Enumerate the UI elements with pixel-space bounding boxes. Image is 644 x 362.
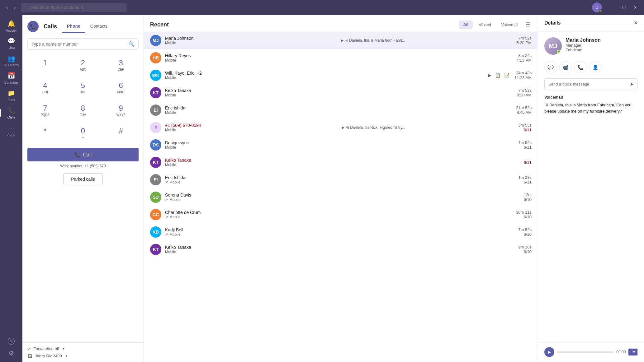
recent-header: Recent All Missed Voicemail ☰ — [144, 15, 538, 32]
dial-key-7[interactable]: 7 PQRS — [27, 100, 63, 120]
call-item-hillary-reyes[interactable]: HR Hillary Reyes Mobile 8m 24s 4:13 PM — [144, 49, 538, 67]
contact-call-button[interactable]: 📞 — [574, 61, 587, 73]
sidebar-item-activity-label: Activity — [6, 29, 17, 32]
call-item-kadji-bell[interactable]: KB Kadji Bell ↗ Mobile 7m 52s 6/10 — [144, 223, 538, 241]
quick-message-input[interactable] — [548, 82, 630, 86]
call-item-group[interactable]: WK Will, Kayo, Eric, +2 Mobile ▶ 📋 📝 24m… — [144, 67, 538, 84]
message-input-row: ➤ — [544, 78, 638, 90]
filter-all-button[interactable]: All — [459, 21, 473, 29]
tab-navigation: Phone Contacts — [62, 20, 112, 33]
sidebar-item-apps[interactable]: ⋯ Apps — [0, 122, 22, 139]
details-close-button[interactable]: ✕ — [634, 20, 638, 26]
call-meta-charlotte-de-crum: 30m 11s 6/10 — [516, 210, 532, 219]
avatar-initials: D — [596, 5, 599, 10]
call-item-keiko-tanaka-missed[interactable]: KT Keiko Tanaka Mobile 6/11 — [144, 154, 538, 171]
dial-key-6[interactable]: 6 MNO — [103, 77, 139, 98]
call-name-keiko-tanaka-1: Keiko Tanaka — [165, 88, 337, 93]
dial-key-8[interactable]: 8 TUV — [65, 100, 101, 120]
call-type-eric-ishida-1: Mobile — [165, 110, 337, 115]
call-info-keiko-tanaka-missed: Keiko Tanaka Mobile — [165, 158, 341, 167]
tab-contacts[interactable]: Contacts — [85, 20, 112, 33]
dial-key-3[interactable]: 3 DEF — [103, 55, 139, 75]
sidebar-item-activity[interactable]: 🔔 Activity — [0, 17, 22, 35]
notes-action-button[interactable]: 📝 — [503, 72, 511, 79]
call-duration-group: 24m 43s — [514, 71, 532, 75]
dial-key-1[interactable]: 1 — [27, 55, 63, 75]
nav-back-button[interactable]: ‹ — [4, 3, 10, 12]
tab-phone[interactable]: Phone — [62, 20, 85, 33]
forwarding-item[interactable]: ↗ Forwarding off ▾ — [27, 346, 139, 351]
contact-role: Manager — [566, 43, 601, 48]
call-item-maria-johnson[interactable]: MJ Maria Johnson Mobile ▶ Hi Daniela, th… — [144, 32, 538, 49]
transcript-action-button[interactable]: 📋 — [494, 72, 502, 79]
contact-call-icon: 📞 — [577, 64, 584, 70]
parked-calls-button[interactable]: Parked calls — [63, 173, 102, 185]
nav-forward-button[interactable]: › — [12, 3, 18, 12]
call-item-eric-ishida-2[interactable]: EI Eric Ishida ↗ Mobile 1m 23s 6/11 — [144, 171, 538, 188]
settings-icon: ⚙ — [8, 350, 14, 357]
avatar-group: WK — [150, 70, 161, 81]
call-type-keiko-tanaka-missed: Mobile — [165, 163, 341, 167]
sidebar-item-settings[interactable]: ⚙ — [8, 347, 15, 360]
call-meta-unknown: 3m 53s 6/11 — [518, 123, 532, 132]
sidebar-item-calendar[interactable]: 📅 Calendar — [0, 69, 22, 87]
sidebar-item-help[interactable]: ? — [8, 335, 15, 347]
contact-video-button[interactable]: 📹 — [559, 61, 572, 73]
dial-key-star[interactable]: * — [27, 123, 63, 143]
dial-key-5[interactable]: 5 JKL — [65, 77, 101, 98]
dial-key-4[interactable]: 4 GHI — [27, 77, 63, 98]
call-item-keiko-tanaka-1[interactable]: KT Keiko Tanaka Mobile 7m 52s 9:20 AM — [144, 84, 538, 101]
contact-chat-button[interactable]: 💬 — [544, 61, 557, 73]
call-name-keiko-tanaka-last: Keiko Tanaka — [165, 245, 338, 250]
filter-missed-button[interactable]: Missed — [474, 21, 495, 29]
minimize-button[interactable]: — — [607, 4, 618, 11]
call-type-serena-davis: ↗ Mobile — [165, 197, 341, 202]
dial-key-hash[interactable]: # — [103, 123, 139, 143]
avatar-eric-ishida-1: EI — [150, 104, 161, 116]
details-title: Details — [544, 20, 561, 26]
sidebar-item-chat[interactable]: 💬 Chat — [0, 35, 22, 52]
dial-key-9[interactable]: 9 WXYZ — [103, 100, 139, 120]
call-time-hillary-reyes: 4:13 PM — [517, 58, 532, 63]
device-item[interactable]: 🎧 Jabra Biz 2400 ▾ — [27, 354, 139, 358]
send-message-button[interactable]: ➤ — [630, 81, 634, 87]
call-name-design-sync: Design sync — [165, 140, 338, 145]
sidebar-item-teams[interactable]: 👥 883 Teams — [0, 52, 22, 69]
close-button[interactable]: ✕ — [630, 4, 640, 11]
titlebar: ‹ › D — ☐ ✕ — [0, 0, 644, 15]
left-panel-header: 📞 Calls Phone Contacts — [22, 15, 144, 33]
call-info-group: Will, Kayo, Eric, +2 Mobile — [165, 71, 483, 80]
call-item-keiko-tanaka-last[interactable]: KT Keiko Tanaka Mobile 9m 10s 6/10 — [144, 241, 538, 258]
call-item-eric-ishida-1[interactable]: EI Eric Ishida Mobile 31m 52s 8:45 AM — [144, 101, 538, 119]
maximize-button[interactable]: ☐ — [619, 4, 629, 11]
filter-more-button[interactable]: ☰ — [524, 20, 532, 29]
dial-key-0[interactable]: 0 + — [65, 123, 101, 143]
avatar-unknown: ? — [150, 122, 161, 133]
filter-voicemail-button[interactable]: Voicemail — [497, 21, 523, 29]
call-meta-design-sync: 7m 52s 6/11 — [518, 140, 532, 150]
play-action-button[interactable]: ▶ — [487, 72, 493, 79]
number-input-row: 🔍 — [27, 38, 139, 50]
call-name-eric-ishida-1: Eric Ishida — [165, 105, 337, 110]
search-input[interactable] — [21, 3, 127, 12]
sidebar-item-calls[interactable]: 📞 Calls — [0, 104, 22, 122]
user-avatar[interactable]: D — [592, 2, 602, 12]
contact-actions: 💬 📹 📞 👤 — [538, 61, 644, 78]
audio-play-button[interactable]: ▶ — [544, 347, 554, 357]
call-item-design-sync[interactable]: DS Design sync Mobile 7m 52s 6/11 — [144, 136, 538, 154]
sidebar-item-files[interactable]: 📁 Files — [0, 87, 22, 104]
call-item-charlotte-de-crum[interactable]: CC Charlotte de Crum ↗ Mobile 30m 11s 6/… — [144, 206, 538, 223]
call-item-serena-davis[interactable]: SD Serena Davis ↗ Mobile 12m 6/10 — [144, 188, 538, 206]
dial-key-2[interactable]: 2 ABC — [65, 55, 101, 75]
number-search-button[interactable]: 🔍 — [128, 41, 135, 47]
contact-more-button[interactable]: 👤 — [589, 61, 602, 73]
call-name-eric-ishida-2: Eric Ishida — [165, 175, 338, 180]
device-icon: 🎧 — [27, 354, 32, 358]
window-controls: — ☐ ✕ — [607, 4, 640, 11]
audio-speed-button[interactable]: 1x — [628, 348, 638, 356]
call-item-unknown[interactable]: ? +1 (509) 670-0594 Mobile ▶ Hi Daniela,… — [144, 119, 538, 136]
audio-progress-bar[interactable] — [557, 351, 614, 353]
voicemail-text: Hi Daniela, this is Maria from Fabricam.… — [544, 102, 638, 114]
call-button[interactable]: 📞 Call — [27, 148, 139, 161]
number-input[interactable] — [31, 42, 128, 47]
